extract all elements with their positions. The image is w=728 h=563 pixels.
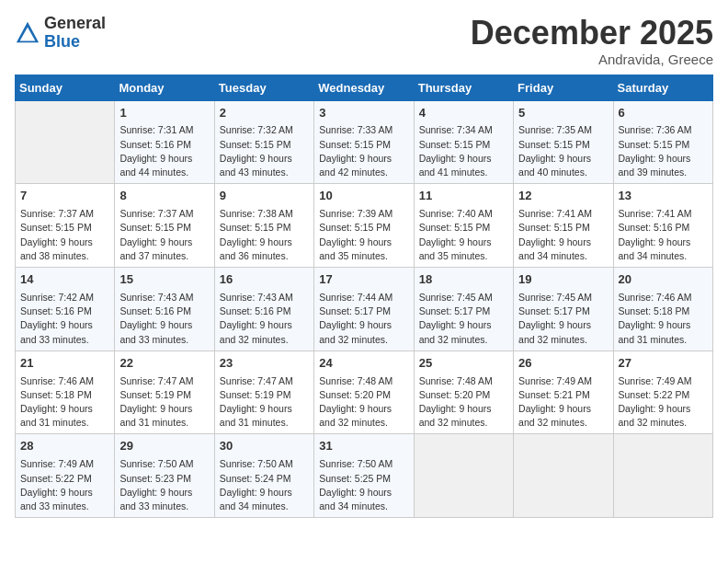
day-number: 11	[419, 188, 508, 205]
calendar-cell: 21Sunrise: 7:46 AMSunset: 5:18 PMDayligh…	[16, 350, 115, 434]
calendar-week-row: 14Sunrise: 7:42 AMSunset: 5:16 PMDayligh…	[16, 268, 713, 351]
cell-content: Sunrise: 7:36 AMSunset: 5:15 PMDaylight:…	[619, 123, 708, 179]
calendar-table: SundayMondayTuesdayWednesdayThursdayFrid…	[15, 75, 713, 519]
day-header-sunday: Sunday	[16, 75, 115, 100]
calendar-week-row: 1Sunrise: 7:31 AMSunset: 5:16 PMDaylight…	[16, 100, 713, 184]
day-header-wednesday: Wednesday	[314, 75, 414, 100]
day-number: 23	[220, 355, 309, 373]
day-header-tuesday: Tuesday	[214, 75, 313, 100]
day-number: 22	[119, 355, 209, 373]
calendar-cell	[414, 434, 513, 518]
calendar-week-row: 21Sunrise: 7:46 AMSunset: 5:18 PMDayligh…	[16, 350, 713, 434]
day-header-saturday: Saturday	[613, 75, 712, 100]
calendar-cell: 24Sunrise: 7:48 AMSunset: 5:20 PMDayligh…	[314, 350, 414, 434]
cell-content: Sunrise: 7:46 AMSunset: 5:18 PMDaylight:…	[619, 291, 708, 347]
day-number: 8	[119, 188, 209, 205]
cell-content: Sunrise: 7:49 AMSunset: 5:22 PMDaylight:…	[20, 457, 109, 513]
day-number: 2	[220, 105, 309, 122]
cell-content: Sunrise: 7:45 AMSunset: 5:17 PMDaylight:…	[419, 291, 508, 347]
day-number: 9	[220, 188, 309, 205]
day-number: 14	[20, 271, 109, 289]
day-number: 25	[419, 355, 508, 373]
calendar-cell: 11Sunrise: 7:40 AMSunset: 5:15 PMDayligh…	[414, 184, 513, 268]
day-number: 26	[518, 355, 608, 373]
calendar-cell: 22Sunrise: 7:47 AMSunset: 5:19 PMDayligh…	[115, 350, 214, 434]
calendar-cell: 5Sunrise: 7:35 AMSunset: 5:15 PMDaylight…	[514, 100, 613, 184]
cell-content: Sunrise: 7:49 AMSunset: 5:21 PMDaylight:…	[518, 374, 608, 431]
calendar-cell: 18Sunrise: 7:45 AMSunset: 5:17 PMDayligh…	[414, 268, 513, 351]
cell-content: Sunrise: 7:32 AMSunset: 5:15 PMDaylight:…	[220, 123, 309, 179]
cell-content: Sunrise: 7:37 AMSunset: 5:15 PMDaylight:…	[119, 207, 209, 263]
page-header: General Blue December 2025 Andravida, Gr…	[15, 15, 713, 67]
cell-content: Sunrise: 7:40 AMSunset: 5:15 PMDaylight:…	[419, 207, 508, 263]
cell-content: Sunrise: 7:43 AMSunset: 5:16 PMDaylight:…	[220, 291, 309, 347]
calendar-cell: 31Sunrise: 7:50 AMSunset: 5:25 PMDayligh…	[314, 434, 414, 518]
cell-content: Sunrise: 7:43 AMSunset: 5:16 PMDaylight:…	[119, 291, 209, 347]
cell-content: Sunrise: 7:50 AMSunset: 5:24 PMDaylight:…	[220, 457, 309, 513]
calendar-cell: 20Sunrise: 7:46 AMSunset: 5:18 PMDayligh…	[613, 268, 712, 351]
logo-text: General Blue	[44, 15, 106, 52]
day-header-friday: Friday	[514, 75, 613, 100]
calendar-cell: 29Sunrise: 7:50 AMSunset: 5:23 PMDayligh…	[115, 434, 214, 518]
cell-content: Sunrise: 7:48 AMSunset: 5:20 PMDaylight:…	[419, 374, 508, 431]
cell-content: Sunrise: 7:45 AMSunset: 5:17 PMDaylight:…	[518, 291, 608, 347]
calendar-cell: 14Sunrise: 7:42 AMSunset: 5:16 PMDayligh…	[16, 268, 115, 351]
cell-content: Sunrise: 7:35 AMSunset: 5:15 PMDaylight:…	[518, 123, 608, 179]
day-number: 4	[419, 105, 508, 122]
calendar-week-row: 28Sunrise: 7:49 AMSunset: 5:22 PMDayligh…	[16, 434, 713, 518]
day-number: 19	[518, 271, 608, 289]
calendar-header-row: SundayMondayTuesdayWednesdayThursdayFrid…	[16, 75, 713, 100]
day-header-thursday: Thursday	[414, 75, 513, 100]
cell-content: Sunrise: 7:37 AMSunset: 5:15 PMDaylight:…	[20, 207, 109, 263]
day-number: 18	[419, 271, 508, 289]
cell-content: Sunrise: 7:42 AMSunset: 5:16 PMDaylight:…	[20, 291, 109, 347]
calendar-cell	[514, 434, 613, 518]
cell-content: Sunrise: 7:31 AMSunset: 5:16 PMDaylight:…	[119, 123, 209, 179]
day-header-monday: Monday	[115, 75, 214, 100]
calendar-cell: 17Sunrise: 7:44 AMSunset: 5:17 PMDayligh…	[314, 268, 414, 351]
day-number: 3	[319, 105, 408, 122]
calendar-cell: 19Sunrise: 7:45 AMSunset: 5:17 PMDayligh…	[514, 268, 613, 351]
day-number: 20	[619, 271, 708, 289]
calendar-cell: 4Sunrise: 7:34 AMSunset: 5:15 PMDaylight…	[414, 100, 513, 184]
calendar-cell: 28Sunrise: 7:49 AMSunset: 5:22 PMDayligh…	[16, 434, 115, 518]
calendar-cell: 12Sunrise: 7:41 AMSunset: 5:15 PMDayligh…	[514, 184, 613, 268]
day-number: 12	[518, 188, 608, 205]
cell-content: Sunrise: 7:33 AMSunset: 5:15 PMDaylight:…	[319, 123, 408, 179]
logo-general: General	[44, 14, 106, 32]
day-number: 6	[619, 105, 708, 122]
day-number: 7	[20, 188, 109, 205]
calendar-cell	[16, 100, 115, 184]
logo: General Blue	[15, 15, 106, 52]
calendar-cell: 2Sunrise: 7:32 AMSunset: 5:15 PMDaylight…	[214, 100, 313, 184]
calendar-cell: 16Sunrise: 7:43 AMSunset: 5:16 PMDayligh…	[214, 268, 313, 351]
day-number: 1	[119, 105, 209, 122]
calendar-cell: 7Sunrise: 7:37 AMSunset: 5:15 PMDaylight…	[16, 184, 115, 268]
cell-content: Sunrise: 7:50 AMSunset: 5:23 PMDaylight:…	[119, 457, 209, 513]
cell-content: Sunrise: 7:41 AMSunset: 5:15 PMDaylight:…	[518, 207, 608, 263]
logo-icon	[15, 20, 40, 46]
day-number: 31	[319, 438, 408, 455]
day-number: 17	[319, 271, 408, 289]
calendar-cell: 6Sunrise: 7:36 AMSunset: 5:15 PMDaylight…	[613, 100, 712, 184]
day-number: 21	[20, 355, 109, 373]
calendar-cell: 1Sunrise: 7:31 AMSunset: 5:16 PMDaylight…	[115, 100, 214, 184]
day-number: 16	[220, 271, 309, 289]
day-number: 29	[119, 438, 209, 455]
calendar-cell: 8Sunrise: 7:37 AMSunset: 5:15 PMDaylight…	[115, 184, 214, 268]
logo-blue: Blue	[44, 32, 80, 51]
calendar-cell: 9Sunrise: 7:38 AMSunset: 5:15 PMDaylight…	[214, 184, 313, 268]
day-number: 30	[220, 438, 309, 455]
day-number: 15	[119, 271, 209, 289]
day-number: 5	[518, 105, 608, 122]
calendar-cell: 30Sunrise: 7:50 AMSunset: 5:24 PMDayligh…	[214, 434, 313, 518]
calendar-cell: 23Sunrise: 7:47 AMSunset: 5:19 PMDayligh…	[214, 350, 313, 434]
calendar-week-row: 7Sunrise: 7:37 AMSunset: 5:15 PMDaylight…	[16, 184, 713, 268]
cell-content: Sunrise: 7:39 AMSunset: 5:15 PMDaylight:…	[319, 207, 408, 263]
day-number: 13	[619, 188, 708, 205]
calendar-cell	[613, 434, 712, 518]
location: Andravida, Greece	[471, 52, 713, 67]
calendar-cell: 26Sunrise: 7:49 AMSunset: 5:21 PMDayligh…	[514, 350, 613, 434]
cell-content: Sunrise: 7:38 AMSunset: 5:15 PMDaylight:…	[220, 207, 309, 263]
cell-content: Sunrise: 7:48 AMSunset: 5:20 PMDaylight:…	[319, 374, 408, 431]
